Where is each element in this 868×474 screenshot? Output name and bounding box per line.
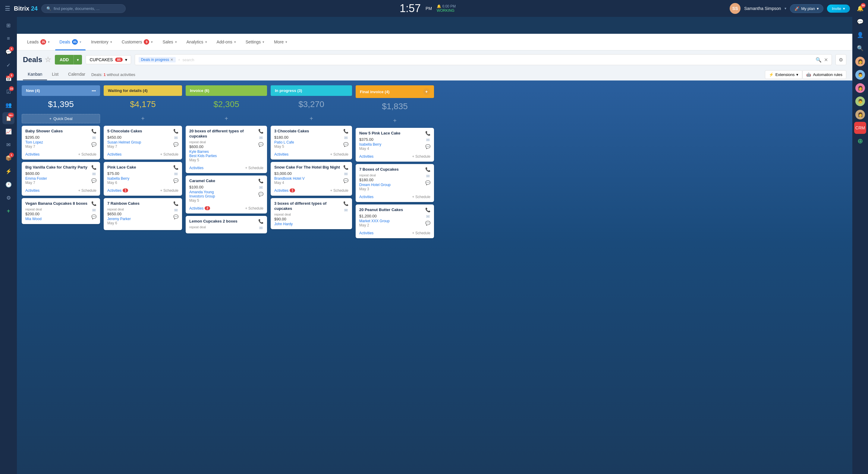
filter-tag-close[interactable]: ✕ xyxy=(170,58,173,62)
sidebar-item-home[interactable]: ⊞ xyxy=(2,19,14,31)
sidebar-item-feed[interactable]: ≡ xyxy=(2,33,14,45)
schedule-link[interactable]: + Schedule xyxy=(160,152,179,156)
phone-icon[interactable]: 📞 xyxy=(425,131,430,136)
quick-deal-button[interactable]: + Quick Deal xyxy=(22,114,100,123)
sidebar-item-add[interactable]: + xyxy=(2,205,14,217)
analytics-dropdown[interactable]: ▾ xyxy=(205,40,207,44)
deal-contact[interactable]: Tom Lopez xyxy=(25,140,91,144)
user-avatar[interactable]: SS xyxy=(730,3,741,14)
email-icon[interactable]: ✉ xyxy=(92,136,96,140)
hamburger-menu[interactable]: ☰ xyxy=(5,5,10,12)
activities-link[interactable]: Activities xyxy=(25,152,39,156)
invite-button[interactable]: Invite ▾ xyxy=(827,4,850,13)
deal-contact[interactable]: Brandbook Hotel V xyxy=(274,176,343,181)
deal-contact[interactable]: John Hardy xyxy=(274,222,343,226)
activities-link[interactable]: Activities xyxy=(274,152,288,156)
activities-link[interactable]: Activities 2 xyxy=(189,206,210,210)
deal-contact[interactable]: Amanda Young xyxy=(189,190,258,194)
comment-icon[interactable]: 💬 xyxy=(173,214,179,219)
deal-card-vegan-banana[interactable]: Vegan Banana Cupcakes 8 boxes repeat dea… xyxy=(22,198,100,224)
phone-icon[interactable]: 📞 xyxy=(91,201,96,206)
add-deal-waiting[interactable]: + xyxy=(104,114,182,123)
nav-more[interactable]: More ▾ xyxy=(270,33,291,50)
phone-icon[interactable]: 📞 xyxy=(258,219,264,224)
email-icon[interactable]: ✉ xyxy=(174,172,178,176)
email-icon[interactable]: ✉ xyxy=(426,174,430,178)
search-bar[interactable]: 🔍 find people, documents, ... xyxy=(41,4,126,13)
phone-icon[interactable]: 📞 xyxy=(425,167,430,172)
deal-card-5-choc[interactable]: 5 Chocolate Cakes $450.00 Susan Helmet G… xyxy=(104,126,182,159)
comment-icon[interactable]: 💬 xyxy=(425,144,430,149)
sidebar-item-filter[interactable]: ⚡ xyxy=(2,165,14,177)
sidebar-item-checklist[interactable]: ☑ 15 xyxy=(2,86,14,98)
deal-contact[interactable]: Market XXX Group xyxy=(359,219,425,223)
sidebar-item-tasks[interactable]: ✓ xyxy=(2,59,14,71)
sidebar-item-chat[interactable]: 💬 3 xyxy=(2,46,14,58)
tab-kanban[interactable]: Kanban xyxy=(23,69,47,80)
schedule-link[interactable]: + Schedule xyxy=(412,231,430,235)
nav-customers[interactable]: Customers 9 ▾ xyxy=(118,33,157,50)
deal-contact[interactable]: Kyle Barnes xyxy=(189,150,258,154)
schedule-link[interactable]: + Schedule xyxy=(160,188,179,193)
comment-icon[interactable]: 💬 xyxy=(91,178,96,183)
activities-link[interactable]: Activities xyxy=(359,154,373,158)
tab-calendar[interactable]: Calendar xyxy=(63,69,90,80)
comment-icon[interactable]: 💬 xyxy=(343,178,348,183)
phone-icon[interactable]: 📞 xyxy=(425,207,430,212)
comment-icon[interactable]: 💬 xyxy=(173,142,179,147)
customers-dropdown[interactable]: ▾ xyxy=(151,40,153,44)
tab-list[interactable]: List xyxy=(47,69,63,80)
phone-icon[interactable]: 📞 xyxy=(258,129,264,134)
activities-link[interactable]: Activities xyxy=(25,188,39,193)
column-add-final[interactable]: + xyxy=(423,88,430,95)
email-icon[interactable]: ✉ xyxy=(426,214,430,219)
comment-icon[interactable]: 💬 xyxy=(173,178,179,183)
automation-rules-button[interactable]: 🤖 Automation rules xyxy=(802,70,846,79)
comment-icon[interactable]: 💬 xyxy=(91,142,96,147)
more-dropdown[interactable]: ▾ xyxy=(285,40,287,44)
inventory-dropdown[interactable]: ▾ xyxy=(110,40,112,44)
deal-contact[interactable]: Jeremy Parker xyxy=(107,217,173,221)
extensions-dropdown[interactable]: ▾ xyxy=(796,72,798,77)
phone-icon[interactable]: 📞 xyxy=(91,165,96,170)
email-icon[interactable]: ✉ xyxy=(344,136,348,140)
comment-icon[interactable]: 💬 xyxy=(91,214,96,219)
activities-link[interactable]: Activities xyxy=(359,231,373,235)
rs-avatar-3[interactable]: 👩 xyxy=(854,82,866,94)
notifications-icon[interactable]: 🔔 59 xyxy=(854,2,866,14)
nav-deals[interactable]: Deals 85 ▾ xyxy=(55,33,86,50)
nav-inventory[interactable]: Inventory ▾ xyxy=(87,33,116,50)
deals-dropdown[interactable]: ▾ xyxy=(80,40,82,44)
rs-avatar-1[interactable]: 👩 xyxy=(854,56,866,67)
email-icon[interactable]: ✉ xyxy=(174,208,178,213)
cupcakes-filter-dropdown[interactable]: ▾ xyxy=(125,57,127,62)
phone-icon[interactable]: 📞 xyxy=(343,165,348,170)
nav-settings[interactable]: Settings ▾ xyxy=(241,33,269,50)
search-filter-bar[interactable]: Deals in progress ✕ + search 🔍 ✕ xyxy=(135,54,832,65)
activities-link[interactable]: Activities 1 xyxy=(274,188,295,193)
schedule-link[interactable]: + Schedule xyxy=(330,188,348,193)
deal-contact[interactable]: Susan Helmet Group xyxy=(107,140,173,144)
column-menu-new[interactable]: ••• xyxy=(92,88,96,93)
nav-addons[interactable]: Add-ons ▾ xyxy=(213,33,240,50)
sidebar-item-calendar[interactable]: 📅 3 xyxy=(2,72,14,84)
deal-card-pink-lace[interactable]: Pink Lace Cake $75.00 Isabella Berry May… xyxy=(104,162,182,196)
deal-card-lemon-cupcakes[interactable]: Lemon Cupcakes 2 boxes repeat deal 📞 ✉ xyxy=(186,216,267,233)
rs-plus-icon[interactable]: ⊕ xyxy=(854,135,866,147)
schedule-link[interactable]: + Schedule xyxy=(412,195,430,199)
filter-tag-in-progress[interactable]: Deals in progress ✕ xyxy=(138,57,176,62)
email-icon[interactable]: ✉ xyxy=(344,208,348,213)
deal-card-baby-shower[interactable]: Baby Shower Cakes $295.00 Tom Lopez May … xyxy=(22,126,100,159)
deal-card-vanilla-cake[interactable]: Big Vanilla Cake for Charity Party $600.… xyxy=(22,162,100,196)
add-deal-arrow[interactable]: ▾ xyxy=(73,55,82,64)
deal-contact[interactable]: Isabella Berry xyxy=(359,142,425,147)
deal-contact2[interactable]: Investors Group xyxy=(189,194,258,199)
sidebar-item-crm[interactable]: 📋 99+ xyxy=(2,112,14,124)
phone-icon[interactable]: 📞 xyxy=(173,165,179,170)
user-dropdown-icon[interactable]: ▾ xyxy=(784,6,786,10)
deal-contact[interactable]: Emma Foster xyxy=(25,176,91,181)
phone-icon[interactable]: 📞 xyxy=(343,129,348,134)
search-icon-btn[interactable]: 🔍 xyxy=(815,57,822,63)
comment-icon[interactable]: 💬 xyxy=(258,142,264,147)
activities-link[interactable]: Activities 1 xyxy=(107,188,128,193)
